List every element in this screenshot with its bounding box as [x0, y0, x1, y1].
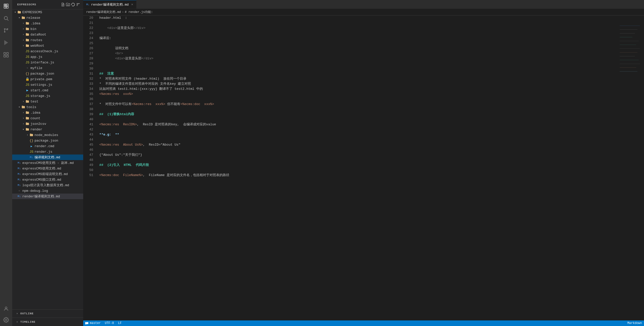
timeline-label: TIMELINE	[20, 320, 36, 323]
sidebar-item-release[interactable]: ▾ release	[12, 15, 83, 21]
appjs-icon: JS	[25, 55, 29, 59]
code-line-43: **e.g: **	[99, 132, 619, 137]
status-encoding[interactable]: UTF-8	[105, 321, 114, 325]
release-folder-icon	[21, 16, 25, 20]
tab-render-compile[interactable]: M↓ render编译规则文档.md ✕	[83, 0, 136, 9]
outline-toggle[interactable]: › OUTLINE	[12, 311, 83, 317]
rendercmd-label: render.cmd	[34, 144, 54, 148]
sidebar-tree: ▾ EXPRESSCMS ▾ release › .idea ›	[12, 9, 83, 309]
sidebar-item-appjs[interactable]: JS app.js	[12, 54, 83, 60]
manage-icon[interactable]	[2, 316, 10, 324]
status-bar: master UTF-8 LF Markdown	[83, 320, 644, 326]
git-branch-icon: master	[85, 321, 101, 325]
sidebar-item-ecms-frontend-doc[interactable]: M↓ expressCMS前端说明文档.md	[12, 171, 83, 177]
svg-rect-8	[7, 53, 8, 54]
status-eol[interactable]: LF	[118, 321, 121, 325]
logs-doc-icon: M↓	[17, 183, 21, 187]
source-control-icon[interactable]	[2, 26, 10, 35]
sidebar-item-render[interactable]: ▾ render	[12, 127, 83, 132]
sidebar-item-rendercmd[interactable]: ▶ render.cmd	[12, 143, 83, 149]
nodemodules-arrow: ›	[25, 133, 29, 137]
svg-rect-9	[4, 55, 6, 57]
editor[interactable]: 20 21 22 23 24 25 26 27 28 29 30 31 32 3…	[83, 15, 644, 320]
dataroot-folder-icon	[25, 32, 29, 37]
ecms-frontend-label: expressCMS前端说明文档.md	[22, 172, 68, 176]
sidebar-item-renderjs[interactable]: JS render.js	[12, 149, 83, 155]
svg-point-12	[5, 319, 7, 321]
sidebar-item-test[interactable]: › test	[12, 99, 83, 104]
outline-label: OUTLINE	[20, 312, 33, 315]
sidebar-item-logs-doc[interactable]: M↓ logs统计及导入数据库文档.md	[12, 182, 83, 188]
sidebar-item-compile-rules[interactable]: M↓ 编译规则文档.md	[12, 155, 83, 160]
code-line-42	[99, 127, 619, 132]
svg-marker-6	[5, 41, 8, 45]
sidebar-item-privatepem[interactable]: 🔒 private.pem	[12, 76, 83, 82]
interfacejs-label: interface.js	[30, 61, 54, 64]
refresh-icon[interactable]	[71, 3, 75, 7]
svg-rect-20	[619, 15, 644, 193]
svg-rect-29	[620, 56, 635, 56]
rendercmd-icon: ▶	[29, 144, 33, 148]
packagejson-render-label: package.json	[34, 139, 58, 143]
sidebar-item-storagejs[interactable]: JS storage.js	[12, 93, 83, 99]
render-label: render	[30, 128, 42, 131]
sidebar-item-settingsjs[interactable]: JS settings.js	[12, 82, 83, 88]
sidebar-item-npm-debug[interactable]: ▫ npm-debug.log	[12, 188, 83, 194]
sidebar-item-accesscheck[interactable]: JS accessCheck.js	[12, 48, 83, 54]
sidebar-item-interfacejs[interactable]: JS interface.js	[12, 60, 83, 65]
sidebar-item-ecms-api-doc[interactable]: M↓ expressCMS接口文档.md	[12, 177, 83, 182]
sidebar-item-idea2[interactable]: › .idea	[12, 110, 83, 115]
sidebar-item-dataroot[interactable]: › dataRoot	[12, 32, 83, 37]
breadcrumb-section[interactable]: # render.js功能:	[125, 10, 153, 14]
minimap	[619, 15, 644, 320]
collapse-icon[interactable]	[76, 3, 80, 7]
timeline-toggle[interactable]: › TIMELINE	[12, 319, 83, 325]
nodemodules-label: node_modules	[34, 133, 58, 137]
extensions-icon[interactable]	[2, 51, 10, 59]
renderjs-label: render.js	[34, 150, 52, 154]
code-line-38	[99, 107, 619, 112]
tab-close-icon[interactable]: ✕	[131, 3, 133, 6]
ln-49: 49	[89, 163, 93, 168]
sidebar-item-packagejson-release[interactable]: {} package.json	[12, 71, 83, 76]
sidebar-item-startcmd[interactable]: ▶ start.cmd	[12, 88, 83, 93]
ln-28: 28	[89, 56, 93, 61]
sidebar-item-bin[interactable]: › bin	[12, 26, 83, 32]
code-line-25	[99, 41, 619, 46]
ln-48: 48	[89, 158, 93, 163]
routes-folder-icon	[25, 38, 29, 42]
sidebar-item-render-compile[interactable]: M↓ render编译规则文档.md	[12, 194, 83, 199]
new-folder-icon[interactable]	[66, 3, 70, 7]
status-language[interactable]: Markdown	[627, 321, 642, 325]
tools-folder-icon	[21, 105, 25, 109]
accesscheck-icon: JS	[25, 49, 29, 53]
code-line-41: <%ecms:res ResID%>, ResID 是对照表的key, 会编译成…	[99, 122, 619, 127]
new-file-icon[interactable]	[61, 3, 65, 7]
account-icon[interactable]	[2, 305, 10, 313]
sidebar-item-tools[interactable]: ▾ tools	[12, 104, 83, 110]
explorer-icon[interactable]	[2, 2, 10, 10]
render-compile-label: render编译规则文档.md	[22, 194, 60, 199]
ln-33: 33	[89, 81, 93, 87]
sidebar-item-ecms-doc[interactable]: M↓ expressCMS使用文档.md	[12, 166, 83, 171]
sidebar-item-nodemodules[interactable]: › node_modules	[12, 132, 83, 138]
search-icon[interactable]	[2, 14, 10, 22]
code-line-24: 编译后:	[99, 36, 619, 41]
ln-51: 51	[89, 173, 93, 178]
line-numbers: 20 21 22 23 24 25 26 27 28 29 30 31 32 3…	[83, 15, 97, 320]
render-compile-icon: M↓	[17, 194, 21, 198]
sidebar-item-packagejson-render[interactable]: {} package.json	[12, 138, 83, 143]
sidebar-item-ecms-doc-copy[interactable]: M↓ expressCMS使用文档 - 副本.md	[12, 160, 83, 166]
debug-icon[interactable]	[2, 39, 10, 47]
sidebar-item-webroot[interactable]: › webRoot	[12, 43, 83, 48]
sidebar-item-routes[interactable]: › routes	[12, 37, 83, 43]
code-line-48	[99, 158, 619, 163]
timeline-section: › TIMELINE	[12, 318, 83, 326]
sidebar-item-myfile[interactable]: ▫ myfile	[12, 65, 83, 71]
sidebar-item-json2csv[interactable]: › json2csv	[12, 121, 83, 127]
sidebar-item-count[interactable]: › count	[12, 115, 83, 121]
ln-42: 42	[89, 127, 93, 132]
sidebar-item-idea1[interactable]: › .idea	[12, 21, 83, 26]
sidebar-root[interactable]: ▾ EXPRESSCMS	[12, 9, 83, 15]
breadcrumb-file[interactable]: render编译规则文档.md	[86, 10, 121, 14]
